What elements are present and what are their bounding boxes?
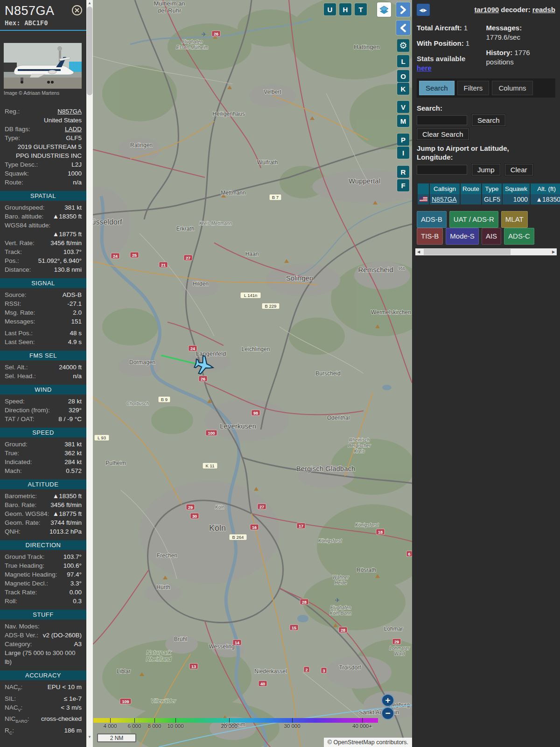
expand-right-button[interactable] bbox=[396, 2, 410, 17]
detail-value-link[interactable]: LADD bbox=[30, 125, 82, 134]
detail-value-link[interactable]: N857GA bbox=[20, 107, 82, 116]
scroll-down-icon[interactable]: ▼ bbox=[86, 734, 93, 740]
panel-resize-button[interactable]: ◀▶ bbox=[417, 4, 430, 16]
close-icon[interactable] bbox=[71, 5, 83, 16]
layers-button[interactable] bbox=[377, 2, 391, 17]
map-canvas[interactable]: Mülheim ander RuhrFlughafenEssen-Mülheim… bbox=[93, 0, 412, 747]
settings-button[interactable]: ⚙ bbox=[397, 39, 409, 52]
row-route bbox=[460, 194, 482, 204]
map-button-i[interactable]: I bbox=[397, 147, 409, 159]
h-scrollbar-thumb[interactable] bbox=[424, 249, 511, 255]
tab-search[interactable]: Search bbox=[419, 81, 455, 95]
detail-value: ▲18350 ft bbox=[37, 492, 82, 500]
detail-label: Speed: bbox=[5, 397, 25, 406]
svg-text:B 7: B 7 bbox=[272, 195, 279, 200]
column-header-type[interactable]: Type bbox=[482, 183, 502, 194]
map-label: Wald bbox=[394, 651, 405, 656]
map-button-t[interactable]: T bbox=[355, 3, 367, 15]
row-callsign-link[interactable]: N857GA bbox=[432, 196, 457, 203]
detail-row: True Heading:100.6° bbox=[0, 561, 86, 570]
badge-tis-b[interactable]: TIS-B bbox=[417, 228, 443, 245]
detail-label: SIL: bbox=[5, 694, 16, 703]
map-button-k[interactable]: K bbox=[397, 83, 409, 95]
detail-row: Last Seen:4.9 s bbox=[0, 338, 86, 346]
altitude-legend-labels: 4 0006 0008 00010 00020 00030 00040 000+ bbox=[93, 723, 378, 730]
detail-value: 48 s bbox=[33, 329, 82, 338]
detail-label: Type: bbox=[5, 134, 20, 142]
detail-row: Reg.:N857GA bbox=[0, 107, 86, 116]
detail-row: Geom. Rate:3744 ft/min bbox=[0, 518, 86, 527]
readsb-link[interactable]: readsb bbox=[532, 6, 555, 14]
map-attribution[interactable]: © OpenStreetMap contributors. bbox=[324, 738, 412, 747]
map-button-h[interactable]: H bbox=[339, 3, 351, 15]
detail-value: 151 bbox=[35, 317, 82, 326]
detail-value: cross-checked bbox=[29, 714, 82, 726]
map-button-p[interactable]: P bbox=[397, 134, 409, 146]
detail-row: Source:ADS-B bbox=[0, 290, 86, 299]
detail-label: Pos.: bbox=[5, 256, 19, 265]
tar1090-link[interactable]: tar1090 bbox=[475, 6, 499, 14]
table-horizontal-scrollbar[interactable]: ◀ ▶ bbox=[415, 248, 557, 255]
legend-tick bbox=[229, 718, 230, 723]
search-input[interactable] bbox=[417, 115, 467, 125]
badge-mlat[interactable]: MLAT bbox=[501, 211, 528, 228]
motorway-badge: 21 bbox=[159, 262, 168, 268]
badge-uat-ads-r[interactable]: UAT / ADS-R bbox=[449, 211, 498, 228]
map-label: Erkrath bbox=[176, 226, 195, 232]
map-button-v[interactable]: V bbox=[397, 101, 409, 113]
map-button-f[interactable]: F bbox=[397, 179, 409, 191]
map-button-r[interactable]: R bbox=[397, 166, 409, 178]
svg-text:27: 27 bbox=[259, 505, 264, 509]
jump-input[interactable] bbox=[417, 165, 467, 175]
map[interactable]: Mülheim ander RuhrFlughafenEssen-Mülheim… bbox=[93, 0, 412, 747]
map-button-m[interactable]: M bbox=[397, 115, 409, 127]
tab-filters[interactable]: Filters bbox=[457, 81, 490, 95]
column-header-alt-ft-[interactable]: Alt. (ft) bbox=[530, 183, 560, 194]
legend-tick bbox=[110, 718, 111, 723]
detail-label: Msg. Rate: bbox=[5, 308, 35, 317]
svg-text:15: 15 bbox=[292, 626, 296, 630]
map-label: Mülheim an bbox=[154, 0, 185, 7]
scroll-right-icon[interactable]: ▶ bbox=[550, 248, 557, 255]
map-button-u[interactable]: U bbox=[324, 3, 336, 15]
map-label: Köln-Bonn bbox=[330, 611, 352, 616]
motorway-badge: 27 bbox=[258, 504, 266, 509]
map-button-o[interactable]: O bbox=[397, 70, 409, 82]
svg-text:24: 24 bbox=[113, 254, 118, 259]
map-label: Rheinisch bbox=[349, 437, 370, 443]
badge-mode-s[interactable]: Mode-S bbox=[446, 228, 479, 245]
column-header-callsign[interactable]: Callsign bbox=[429, 183, 460, 194]
road-ref-badge: B 7 bbox=[269, 194, 281, 200]
tab-columns[interactable]: Columns bbox=[492, 81, 532, 95]
scrollbar-thumb[interactable] bbox=[87, 7, 92, 95]
badge-ads-c[interactable]: ADS-C bbox=[504, 228, 534, 245]
aircraft-photo[interactable] bbox=[4, 43, 82, 89]
jump-label: Jump to Airport or Latitude, Longitude: bbox=[417, 144, 524, 162]
aircraft-table-row[interactable]: N857GA GLF5 1000 ▲18350 bbox=[417, 194, 560, 204]
messages-value: 1779.6/sec bbox=[486, 33, 520, 41]
detail-row: RSSI:-27.1 bbox=[0, 299, 86, 308]
badge-ads-b[interactable]: ADS-B bbox=[417, 211, 447, 228]
column-header-squawk[interactable]: Squawk bbox=[502, 183, 530, 194]
clear-search-button[interactable]: Clear Search bbox=[417, 128, 469, 140]
column-header[interactable] bbox=[417, 183, 429, 194]
detail-value: 51.092°, 6.940° bbox=[19, 256, 82, 265]
road-ref-badge: L 93 bbox=[94, 435, 109, 441]
search-button[interactable]: Search bbox=[472, 114, 505, 126]
scroll-up-icon[interactable]: ▲ bbox=[86, 0, 93, 7]
motorway-badge: 6 bbox=[406, 551, 412, 557]
column-header-route[interactable]: Route bbox=[460, 183, 482, 194]
detail-row: Nav. Modes: bbox=[0, 622, 86, 631]
badge-ais[interactable]: AIS bbox=[482, 228, 501, 245]
jump-button[interactable]: Jump bbox=[472, 164, 500, 176]
zoom-in-button[interactable]: + bbox=[381, 694, 394, 707]
zoom-out-button[interactable]: − bbox=[381, 707, 394, 720]
scroll-left-icon[interactable]: ◀ bbox=[415, 248, 422, 255]
sidebar-scrollbar[interactable]: ▲ ▼ bbox=[86, 0, 93, 747]
map-label: Bergisch Gladbach bbox=[296, 465, 356, 472]
stats-here-link[interactable]: here bbox=[417, 64, 432, 72]
map-button-l[interactable]: L bbox=[397, 55, 409, 67]
collapse-left-button[interactable] bbox=[396, 21, 410, 35]
motorway-badge: 2 bbox=[304, 667, 309, 672]
clear-jump-button[interactable]: Clear bbox=[505, 164, 533, 176]
